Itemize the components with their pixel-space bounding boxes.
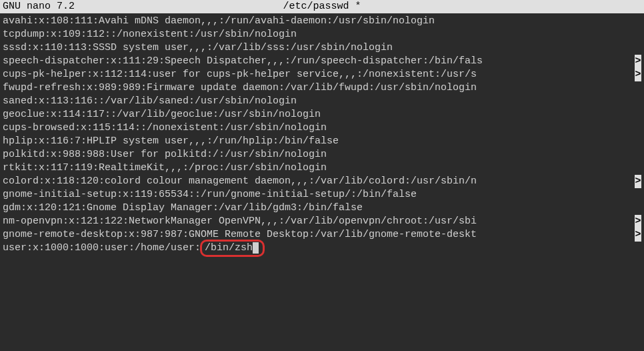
- titlebar: GNU nano 7.2 /etc/passwd * GNU nano 7.2: [0, 0, 644, 13]
- line-text: geoclue:x:114:117::/var/lib/geoclue:/usr…: [3, 108, 321, 121]
- file-line[interactable]: gnome-remote-desktop:x:987:987:GNOME Rem…: [3, 228, 641, 242]
- line-text: rtkit:x:117:119:RealtimeKit,,,:/proc:/us…: [3, 161, 327, 175]
- continuation-indicator: >: [635, 215, 641, 228]
- file-line[interactable]: avahi:x:108:111:Avahi mDNS daemon,,,:/ru…: [3, 15, 641, 28]
- line-text: fwupd-refresh:x:989:989:Firmware update …: [3, 81, 477, 95]
- line-text-prefix: user:x:1000:1000:user:/home/user:: [3, 242, 201, 255]
- continuation-indicator: >: [635, 228, 641, 242]
- filename: /etc/passwd *: [75, 0, 569, 13]
- line-text: tcpdump:x:109:112::/nonexistent:/usr/sbi…: [3, 28, 297, 41]
- line-text: avahi:x:108:111:Avahi mDNS daemon,,,:/ru…: [3, 15, 435, 28]
- continuation-indicator: >: [635, 68, 641, 81]
- line-text: cups-browsed:x:115:114::/nonexistent:/us…: [3, 121, 327, 135]
- editor-content[interactable]: avahi:x:108:111:Avahi mDNS daemon,,,:/ru…: [0, 13, 644, 255]
- file-line[interactable]: hplip:x:116:7:HPLIP system user,,,:/run/…: [3, 135, 641, 148]
- file-line[interactable]: fwupd-refresh:x:989:989:Firmware update …: [3, 81, 641, 95]
- file-line[interactable]: user:x:1000:1000:user:/home/user:/bin/zs…: [3, 242, 641, 255]
- line-text: cups-pk-helper:x:112:114:user for cups-p…: [3, 68, 477, 81]
- file-line[interactable]: gdm:x:120:121:Gnome Display Manager:/var…: [3, 202, 641, 215]
- file-line[interactable]: rtkit:x:117:119:RealtimeKit,,,:/proc:/us…: [3, 161, 641, 175]
- line-text: colord:x:118:120:colord colour managemen…: [3, 175, 477, 188]
- cursor: [253, 242, 259, 254]
- line-text: speech-dispatcher:x:111:29:Speech Dispat…: [3, 55, 483, 68]
- highlight-annotation: /bin/zsh: [200, 240, 265, 257]
- highlighted-text: /bin/zsh: [205, 242, 253, 254]
- file-line[interactable]: tcpdump:x:109:112::/nonexistent:/usr/sbi…: [3, 28, 641, 41]
- file-line[interactable]: colord:x:118:120:colord colour managemen…: [3, 175, 641, 188]
- app-name: GNU nano 7.2: [3, 0, 75, 13]
- file-line[interactable]: gnome-initial-setup:x:119:65534::/run/gn…: [3, 188, 641, 202]
- file-line[interactable]: speech-dispatcher:x:111:29:Speech Dispat…: [3, 55, 641, 68]
- line-text: polkitd:x:988:988:User for polkitd:/:/us…: [3, 148, 327, 161]
- line-text: saned:x:113:116::/var/lib/saned:/usr/sbi…: [3, 95, 297, 108]
- continuation-indicator: >: [635, 55, 641, 68]
- line-text: sssd:x:110:113:SSSD system user,,,:/var/…: [3, 41, 393, 55]
- line-text: hplip:x:116:7:HPLIP system user,,,:/run/…: [3, 135, 339, 148]
- file-line[interactable]: cups-browsed:x:115:114::/nonexistent:/us…: [3, 121, 641, 135]
- file-line[interactable]: cups-pk-helper:x:112:114:user for cups-p…: [3, 68, 641, 81]
- file-line[interactable]: sssd:x:110:113:SSSD system user,,,:/var/…: [3, 41, 641, 55]
- continuation-indicator: >: [635, 175, 641, 188]
- file-line[interactable]: saned:x:113:116::/var/lib/saned:/usr/sbi…: [3, 95, 641, 108]
- file-line[interactable]: nm-openvpn:x:121:122:NetworkManager Open…: [3, 215, 641, 228]
- file-line[interactable]: polkitd:x:988:988:User for polkitd:/:/us…: [3, 148, 641, 161]
- file-line[interactable]: geoclue:x:114:117::/var/lib/geoclue:/usr…: [3, 108, 641, 121]
- line-text: nm-openvpn:x:121:122:NetworkManager Open…: [3, 215, 477, 228]
- line-text: gdm:x:120:121:Gnome Display Manager:/var…: [3, 202, 363, 215]
- line-text: gnome-initial-setup:x:119:65534::/run/gn…: [3, 188, 417, 202]
